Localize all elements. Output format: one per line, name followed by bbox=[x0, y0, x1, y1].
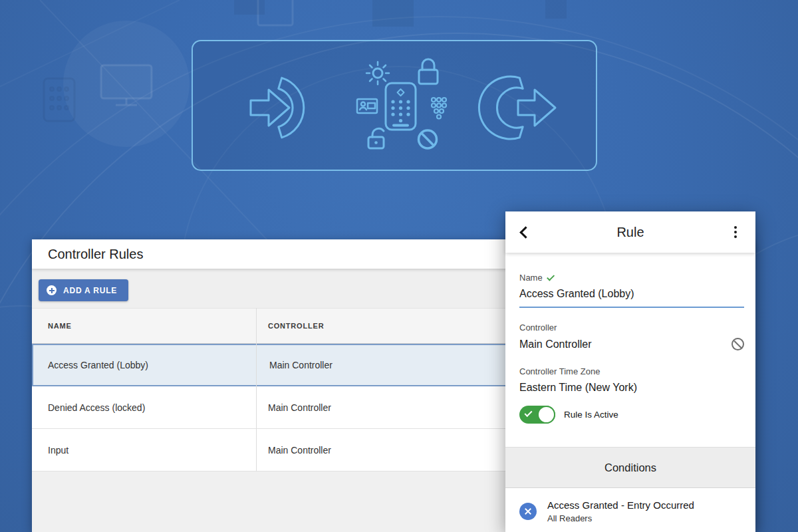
toggle-knob bbox=[537, 406, 555, 424]
condition-subtitle: All Readers bbox=[547, 513, 694, 523]
id-card-icon bbox=[357, 99, 377, 113]
rule-controller-cell: Main Controller bbox=[256, 445, 331, 456]
block-icon[interactable] bbox=[732, 338, 744, 350]
controller-field-label: Controller bbox=[519, 323, 744, 332]
pin-code-icon bbox=[432, 98, 446, 119]
add-rule-button[interactable]: ADD A RULE bbox=[39, 279, 128, 301]
rule-name-cell: Denied Access (locked) bbox=[32, 402, 256, 413]
entry-arrow-icon bbox=[251, 78, 304, 138]
controller-value: Main Controller bbox=[519, 338, 591, 350]
plus-circle-icon bbox=[47, 285, 57, 295]
rule-active-row: Rule Is Active bbox=[519, 406, 744, 424]
column-header-name: NAME bbox=[32, 322, 256, 330]
toggle-check-icon bbox=[524, 409, 532, 417]
exit-arrow-icon bbox=[479, 76, 555, 139]
rule-panel-body: Name Access Granted (Lobby) Controller M… bbox=[505, 273, 755, 424]
column-divider bbox=[256, 308, 257, 471]
back-icon[interactable] bbox=[519, 226, 531, 238]
timezone-value: Eastern Time (New York) bbox=[519, 382, 744, 394]
rule-controller-cell: Main Controller bbox=[256, 402, 331, 413]
name-input[interactable]: Access Granted (Lobby) bbox=[519, 288, 744, 308]
rule-controller-cell: Main Controller bbox=[257, 360, 332, 370]
condition-title: Access Granted - Entry Occurred bbox=[547, 499, 694, 511]
rule-detail-panel: Rule Name Access Granted (Lobby) Control… bbox=[505, 211, 755, 532]
faint-monitor-icon bbox=[101, 65, 152, 105]
rule-panel-title: Rule bbox=[505, 225, 755, 240]
column-header-controller: CONTROLLER bbox=[256, 322, 324, 330]
lock-icon bbox=[419, 59, 438, 84]
more-options-icon[interactable] bbox=[732, 223, 739, 241]
rule-name-cell: Access Granted (Lobby) bbox=[33, 360, 257, 370]
valid-check-icon bbox=[547, 273, 555, 281]
rule-panel-header: Rule bbox=[505, 211, 755, 253]
access-illustration-panel bbox=[192, 40, 597, 171]
name-field-label: Name bbox=[519, 273, 543, 283]
timezone-field-label: Controller Time Zone bbox=[519, 366, 744, 376]
rule-active-toggle[interactable] bbox=[519, 406, 555, 424]
add-rule-button-label: ADD A RULE bbox=[63, 286, 117, 295]
remove-condition-icon[interactable] bbox=[519, 503, 537, 520]
page-title: Controller Rules bbox=[48, 247, 143, 262]
unlock-icon bbox=[368, 128, 384, 148]
rule-name-cell: Input bbox=[32, 445, 256, 456]
controller-select[interactable]: Main Controller bbox=[519, 338, 744, 350]
sun-icon bbox=[366, 62, 389, 84]
conditions-section-header: Conditions bbox=[505, 447, 755, 488]
keypad-device-icon bbox=[386, 83, 416, 130]
rule-active-label: Rule Is Active bbox=[564, 410, 618, 420]
condition-list-item[interactable]: Access Granted - Entry Occurred All Read… bbox=[505, 488, 755, 532]
deny-icon bbox=[419, 130, 437, 148]
